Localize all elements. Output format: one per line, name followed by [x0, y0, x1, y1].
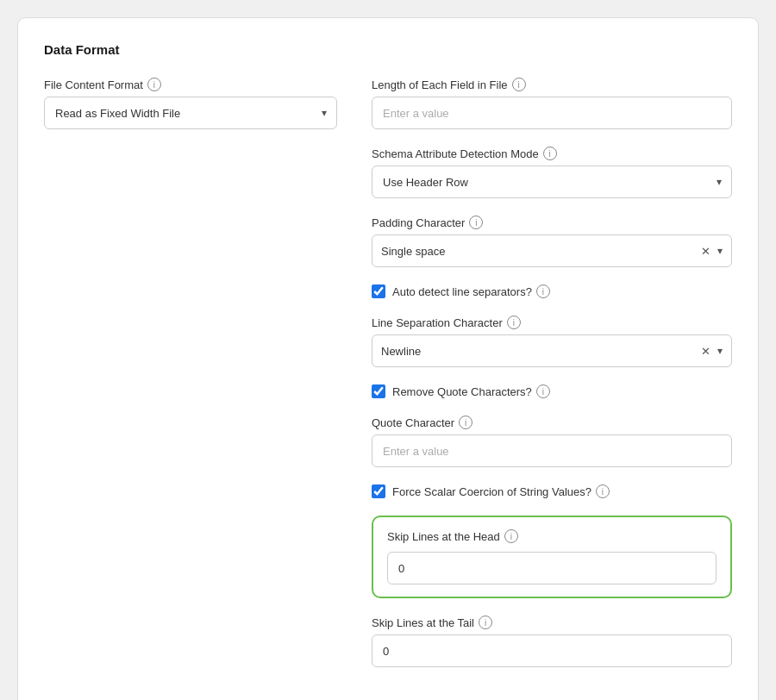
force-scalar-row: Force Scalar Coercion of String Values? …: [372, 484, 732, 498]
length-field-group: Length of Each Field in File i: [372, 78, 732, 129]
skip-lines-head-highlight-box: Skip Lines at the Head i: [372, 516, 732, 598]
line-separation-label: Line Separation Character i: [372, 316, 732, 329]
data-format-card: Data Format File Content Format i Read a…: [17, 17, 759, 700]
padding-char-info-icon[interactable]: i: [469, 216, 483, 229]
force-scalar-label: Force Scalar Coercion of String Values? …: [392, 484, 610, 498]
file-content-format-select[interactable]: Read as Fixed Width File: [44, 97, 337, 129]
skip-lines-tail-group: Skip Lines at the Tail i: [372, 616, 732, 667]
skip-lines-head-label: Skip Lines at the Head i: [387, 529, 717, 543]
remove-quote-checkbox[interactable]: [372, 384, 385, 398]
left-column: File Content Format i Read as Fixed Widt…: [44, 78, 337, 684]
line-separation-info-icon[interactable]: i: [507, 316, 521, 329]
padding-char-select-with-clear[interactable]: Single space ✕ ▾: [372, 234, 732, 267]
file-content-format-select-wrapper: Read as Fixed Width File ▾: [44, 97, 337, 129]
remove-quote-info-icon[interactable]: i: [536, 384, 550, 398]
padding-char-clear-icon[interactable]: ✕: [701, 246, 710, 257]
force-scalar-info-icon[interactable]: i: [596, 484, 610, 498]
quote-char-input[interactable]: [372, 434, 732, 467]
schema-detection-label: Schema Attribute Detection Mode i: [372, 147, 732, 160]
right-column: Length of Each Field in File i Schema At…: [372, 78, 732, 684]
schema-detection-group: Schema Attribute Detection Mode i Use He…: [372, 147, 732, 198]
padding-char-group: Padding Character i Single space ✕ ▾: [372, 216, 732, 267]
skip-lines-tail-info-icon[interactable]: i: [479, 616, 492, 629]
file-content-format-info-icon[interactable]: i: [147, 78, 161, 91]
quote-char-label: Quote Character i: [372, 416, 732, 429]
length-field-info-icon[interactable]: i: [512, 78, 526, 91]
padding-char-value: Single space: [381, 245, 701, 258]
line-separation-select-with-clear[interactable]: Newline ✕ ▾: [372, 334, 732, 367]
line-separation-clear-icon[interactable]: ✕: [701, 346, 710, 357]
remove-quote-label: Remove Quote Characters? i: [392, 384, 550, 398]
quote-char-group: Quote Character i: [372, 416, 732, 467]
padding-char-label: Padding Character i: [372, 216, 732, 229]
file-content-format-group: File Content Format i Read as Fixed Widt…: [44, 78, 337, 129]
skip-lines-head-info-icon[interactable]: i: [504, 529, 518, 543]
file-content-format-label: File Content Format i: [44, 78, 337, 91]
length-field-input[interactable]: [372, 97, 732, 129]
line-separation-group: Line Separation Character i Newline ✕ ▾: [372, 316, 732, 367]
force-scalar-checkbox[interactable]: [372, 484, 385, 498]
form-layout: File Content Format i Read as Fixed Widt…: [44, 78, 732, 684]
schema-detection-info-icon[interactable]: i: [543, 147, 557, 160]
skip-lines-tail-input[interactable]: [372, 634, 732, 667]
schema-detection-select[interactable]: Use Header Row: [372, 166, 732, 198]
auto-detect-label: Auto detect line separators? i: [392, 284, 550, 298]
remove-quote-row: Remove Quote Characters? i: [372, 384, 732, 398]
line-separation-value: Newline: [381, 345, 701, 358]
skip-lines-tail-label: Skip Lines at the Tail i: [372, 616, 732, 629]
auto-detect-info-icon[interactable]: i: [536, 284, 550, 298]
auto-detect-checkbox[interactable]: [372, 284, 385, 298]
schema-detection-select-wrapper: Use Header Row ▾: [372, 166, 732, 198]
skip-lines-head-input[interactable]: [387, 552, 717, 584]
line-separation-chevron-icon[interactable]: ▾: [717, 345, 723, 357]
quote-char-info-icon[interactable]: i: [459, 416, 472, 429]
padding-char-chevron-icon[interactable]: ▾: [717, 245, 723, 257]
auto-detect-row: Auto detect line separators? i: [372, 284, 732, 298]
length-field-label: Length of Each Field in File i: [372, 78, 732, 91]
section-title: Data Format: [44, 42, 732, 57]
